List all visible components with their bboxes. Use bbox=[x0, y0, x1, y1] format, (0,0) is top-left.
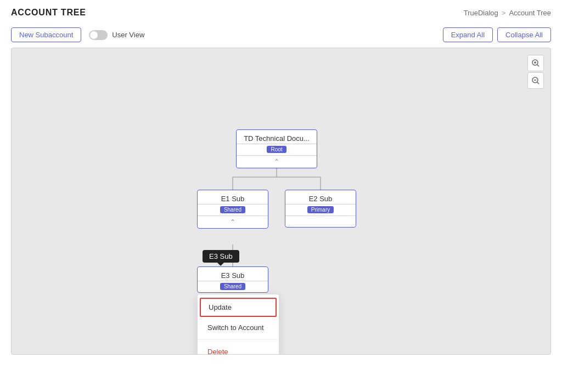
e2-sub-badge: Primary bbox=[307, 206, 334, 213]
zoom-in-button[interactable] bbox=[527, 55, 544, 71]
breadcrumb-current: Account Tree bbox=[509, 9, 551, 17]
e2-sub-node[interactable]: E2 Sub Primary bbox=[285, 190, 356, 228]
page-wrapper: ACCOUNT TREE TrueDialog > Account Tree N… bbox=[0, 0, 562, 392]
e3-sub-badge: Shared bbox=[220, 283, 245, 290]
root-node-divider bbox=[237, 144, 317, 144]
top-header: ACCOUNT TREE TrueDialog > Account Tree bbox=[0, 0, 562, 23]
page-title: ACCOUNT TREE bbox=[11, 8, 86, 18]
context-menu-switch-to-account[interactable]: Switch to Account bbox=[198, 318, 279, 337]
e2-divider bbox=[285, 204, 356, 204]
e1-arrow: ⌃ bbox=[198, 216, 268, 228]
e1-sub-title: E1 Sub bbox=[198, 190, 268, 204]
zoom-controls bbox=[527, 55, 544, 89]
zoom-in-icon bbox=[532, 59, 539, 67]
zoom-out-button[interactable] bbox=[527, 72, 544, 89]
toolbar-left: New Subaccount User View bbox=[11, 27, 144, 42]
breadcrumb-root: TrueDialog bbox=[464, 9, 498, 17]
context-menu-update[interactable]: Update bbox=[200, 298, 277, 317]
toolbar: New Subaccount User View Expand All Coll… bbox=[0, 23, 562, 48]
toolbar-right: Expand All Collapse All bbox=[443, 27, 551, 42]
e1-divider bbox=[198, 204, 268, 204]
svg-line-3 bbox=[537, 65, 539, 66]
e2-sub-title: E2 Sub bbox=[285, 190, 356, 204]
context-menu-divider bbox=[198, 339, 279, 340]
e1-sub-badge: Shared bbox=[220, 206, 245, 213]
root-node-title: TD Technical Docu... bbox=[237, 130, 317, 144]
root-node-arrow: ⌃ bbox=[237, 156, 317, 168]
e3-tooltip: E3 Sub bbox=[203, 250, 239, 263]
user-view-label: User View bbox=[112, 31, 144, 39]
context-menu-delete[interactable]: Delete bbox=[198, 342, 279, 355]
user-view-toggle-wrap: User View bbox=[89, 30, 144, 40]
root-node-badge: Root bbox=[267, 146, 286, 153]
zoom-out-icon bbox=[532, 77, 539, 84]
new-subaccount-button[interactable]: New Subaccount bbox=[11, 27, 81, 42]
context-menu: Update Switch to Account Delete bbox=[197, 294, 279, 355]
canvas-area: TD Technical Docu... Root ⌃ E1 Sub Share… bbox=[11, 48, 551, 355]
e3-sub-node[interactable]: E3 Sub Shared bbox=[197, 266, 268, 293]
e3-divider bbox=[198, 281, 268, 281]
expand-all-button[interactable]: Expand All bbox=[443, 27, 493, 42]
root-node[interactable]: TD Technical Docu... Root ⌃ bbox=[236, 129, 317, 168]
user-view-toggle[interactable] bbox=[89, 30, 108, 40]
svg-line-6 bbox=[537, 82, 539, 84]
e3-sub-title: E3 Sub bbox=[198, 267, 268, 281]
breadcrumb: TrueDialog > Account Tree bbox=[464, 9, 551, 17]
tree-connector-lines bbox=[12, 48, 550, 354]
collapse-all-button[interactable]: Collapse All bbox=[497, 27, 551, 42]
breadcrumb-separator: > bbox=[502, 9, 506, 17]
e1-sub-node[interactable]: E1 Sub Shared ⌃ bbox=[197, 190, 268, 229]
